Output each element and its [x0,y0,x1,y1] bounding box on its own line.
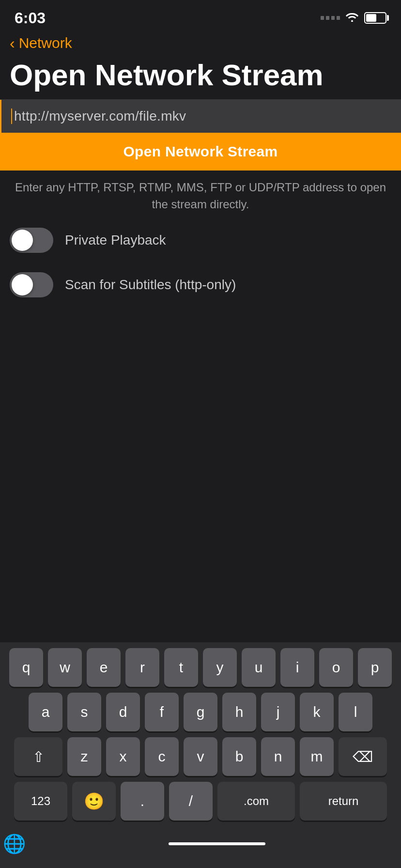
keyboard-bottom-bar: 🌐 [3,826,398,868]
key-p[interactable]: p [358,648,392,687]
private-playback-label: Private Playback [65,232,166,248]
page-title: Open Network Stream [0,55,401,99]
keyboard-row-3: ⇧ z x c v b n m ⌫ [3,737,398,776]
url-input-row[interactable]: http://myserver.com/file.mkv [0,100,401,133]
status-bar: 6:03 [0,0,401,29]
key-d[interactable]: d [106,693,140,731]
scan-subtitles-label: Scan for Subtitles (http-only) [65,277,236,293]
back-label: Network [19,35,72,51]
scan-subtitles-toggle[interactable] [10,272,53,297]
key-x[interactable]: x [106,737,140,776]
key-h[interactable]: h [222,693,256,731]
key-r[interactable]: r [125,648,159,687]
key-k[interactable]: k [300,693,334,731]
battery-icon [364,12,386,24]
key-s[interactable]: s [67,693,101,731]
numbers-key[interactable]: 123 [14,782,67,821]
key-t[interactable]: t [164,648,198,687]
keyboard: q w e r t y u i o p a s d f g h j k l ⇧ … [0,642,401,868]
key-u[interactable]: u [242,648,276,687]
key-j[interactable]: j [261,693,295,731]
emoji-key[interactable]: 🙂 [72,782,116,821]
scan-subtitles-row: Scan for Subtitles (http-only) [0,263,401,307]
toggle-thumb-2 [12,274,33,295]
key-w[interactable]: w [48,648,82,687]
status-icons [321,11,386,25]
key-g[interactable]: g [184,693,217,731]
keyboard-row-1: q w e r t y u i o p [3,648,398,687]
home-indicator [169,842,265,845]
key-z[interactable]: z [67,737,101,776]
key-f[interactable]: f [145,693,179,731]
key-y[interactable]: y [203,648,237,687]
key-b[interactable]: b [222,737,256,776]
nav-bar: ‹ Network [0,29,401,55]
key-v[interactable]: v [184,737,217,776]
shift-key[interactable]: ⇧ [14,737,62,776]
chevron-left-icon: ‹ [10,35,15,51]
key-l[interactable]: l [339,693,372,731]
delete-key[interactable]: ⌫ [339,737,387,776]
key-o[interactable]: o [319,648,353,687]
wifi-icon [345,11,359,25]
key-i[interactable]: i [280,648,314,687]
key-period[interactable]: . [121,782,164,821]
key-m[interactable]: m [300,737,334,776]
keyboard-row-4: 123 🙂 . / .com return [3,782,398,821]
key-slash[interactable]: / [169,782,213,821]
key-c[interactable]: c [145,737,179,776]
key-a[interactable]: a [29,693,62,731]
key-q[interactable]: q [9,648,43,687]
return-key[interactable]: return [300,782,387,821]
private-playback-toggle[interactable] [10,228,53,253]
description-text: Enter any HTTP, RTSP, RTMP, MMS, FTP or … [0,170,401,218]
status-time: 6:03 [15,9,46,27]
url-input[interactable]: http://myserver.com/file.mkv [14,108,186,124]
key-n[interactable]: n [261,737,295,776]
signal-icon [321,16,340,20]
globe-icon[interactable]: 🌐 [3,833,26,854]
private-playback-row: Private Playback [0,218,401,263]
key-dotcom[interactable]: .com [217,782,295,821]
toggle-thumb [12,230,33,251]
back-button[interactable]: ‹ Network [10,35,72,51]
text-cursor [11,108,12,124]
keyboard-row-2: a s d f g h j k l [3,693,398,731]
open-network-stream-button[interactable]: Open Network Stream [0,133,401,170]
key-e[interactable]: e [87,648,121,687]
